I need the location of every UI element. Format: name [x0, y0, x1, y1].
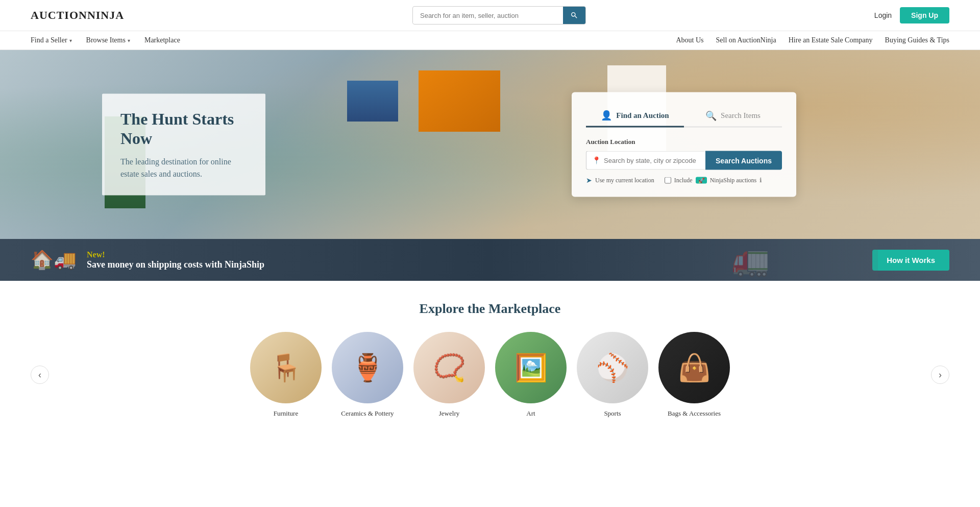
- explore-item-label-furniture: Furniture: [274, 409, 298, 418]
- explore-circle-art: 🖼️: [495, 332, 567, 403]
- include-label: Include: [674, 177, 693, 184]
- explore-circle-ceramics: 🏺: [332, 332, 403, 403]
- explore-section: Explore the Marketplace ‹ 🪑 Furniture 🏺 …: [0, 281, 980, 428]
- search-auctions-button[interactable]: Search Auctions: [705, 151, 782, 170]
- chevron-down-icon: ▾: [128, 38, 130, 43]
- header: AuctionNinja Login Sign Up: [0, 0, 980, 31]
- explore-item-jewelry[interactable]: 📿 Jewelry: [413, 332, 485, 418]
- nav-marketplace-label: Marketplace: [144, 36, 180, 44]
- logo: AuctionNinja: [31, 9, 124, 22]
- location-pin-icon: 📍: [592, 156, 601, 165]
- nav-left: Find a Seller ▾ Browse Items ▾ Marketpla…: [31, 36, 180, 44]
- explore-next-arrow[interactable]: ›: [931, 366, 949, 384]
- nav-sell-label: Sell on AuctionNinja: [716, 36, 776, 44]
- nav-browse-items[interactable]: Browse Items ▾: [86, 36, 130, 44]
- info-icon[interactable]: ℹ: [760, 177, 762, 184]
- explore-grid: 🪑 Furniture 🏺 Ceramics & Pottery 📿 Jewel…: [49, 332, 931, 418]
- explore-item-ceramics[interactable]: 🏺 Ceramics & Pottery: [332, 332, 403, 418]
- ninjaship-label: NinjaShip auctions: [710, 177, 757, 184]
- banner-text: New! Save money on shipping costs with N…: [87, 250, 264, 270]
- use-current-location[interactable]: ➤ Use my current location: [586, 176, 654, 185]
- header-search-bar[interactable]: [412, 6, 586, 25]
- search-options: ➤ Use my current location Include 🚀 Ninj…: [586, 176, 782, 185]
- header-right: Login Sign Up: [874, 7, 949, 23]
- chevron-down-icon: ▾: [69, 38, 72, 43]
- explore-title: Explore the Marketplace: [31, 301, 949, 317]
- location-input[interactable]: [586, 151, 705, 170]
- location-input-wrapper: 📍: [586, 151, 705, 170]
- tab-search-items[interactable]: 🔍 Search Items: [684, 105, 782, 127]
- explore-circle-sports: ⚾: [577, 332, 648, 403]
- how-it-works-button[interactable]: How it Works: [872, 250, 949, 271]
- ninjaship-logo: 🚀: [696, 177, 707, 184]
- explore-item-furniture[interactable]: 🪑 Furniture: [250, 332, 322, 418]
- explore-item-label-ceramics: Ceramics & Pottery: [341, 409, 394, 418]
- house-truck-icon: 🏠🚚: [31, 249, 77, 271]
- ninjaship-checkbox[interactable]: [665, 177, 671, 184]
- nav-browse-items-label: Browse Items: [86, 36, 126, 44]
- explore-items-container: ‹ 🪑 Furniture 🏺 Ceramics & Pottery 📿 Jew…: [31, 332, 949, 418]
- explore-item-sports[interactable]: ⚾ Sports: [577, 332, 648, 418]
- nav-guides-label: Buying Guides & Tips: [885, 36, 949, 44]
- explore-item-label-sports: Sports: [604, 409, 621, 418]
- main-nav: Find a Seller ▾ Browse Items ▾ Marketpla…: [0, 31, 980, 50]
- nav-right: About Us Sell on AuctionNinja Hire an Es…: [676, 36, 949, 44]
- explore-item-label-bags: Bags & Accessories: [668, 409, 721, 418]
- banner-left: 🏠🚚 New! Save money on shipping costs wit…: [31, 249, 264, 271]
- search-tabs: 👤 Find an Auction 🔍 Search Items: [586, 105, 782, 128]
- nav-sell[interactable]: Sell on AuctionNinja: [716, 36, 776, 44]
- auction-location-label: Auction Location: [586, 138, 782, 146]
- explore-circle-bags: 👜: [658, 332, 730, 403]
- location-search-row: 📍 Search Auctions: [586, 151, 782, 170]
- hero-search-panel: 👤 Find an Auction 🔍 Search Items Auction…: [572, 92, 796, 197]
- gps-icon: ➤: [586, 176, 592, 185]
- ninjaship-option: Include 🚀 NinjaShip auctions ℹ: [665, 177, 763, 184]
- nav-guides[interactable]: Buying Guides & Tips: [885, 36, 949, 44]
- explore-item-label-jewelry: Jewelry: [439, 409, 459, 418]
- tab-search-items-label: Search Items: [721, 111, 761, 120]
- nav-marketplace[interactable]: Marketplace: [144, 36, 180, 44]
- tab-find-auction-label: Find an Auction: [616, 111, 669, 119]
- tab-find-auction[interactable]: 👤 Find an Auction: [586, 105, 684, 128]
- truck-decoration: 🚛: [623, 239, 878, 281]
- explore-item-label-art: Art: [526, 409, 535, 418]
- explore-circle-jewelry: 📿: [413, 332, 485, 403]
- nav-hire[interactable]: Hire an Estate Sale Company: [789, 36, 873, 44]
- hero-text-card: The Hunt Starts Now The leading destinat…: [102, 94, 265, 196]
- banner-new-label: New!: [87, 250, 264, 259]
- nav-about-us-label: About Us: [676, 36, 703, 44]
- nav-hire-label: Hire an Estate Sale Company: [789, 36, 873, 44]
- hero-title: The Hunt Starts Now: [120, 109, 247, 149]
- banner-description: Save money on shipping costs with NinjaS…: [87, 259, 264, 270]
- nav-find-seller[interactable]: Find a Seller ▾: [31, 36, 72, 44]
- hero-subtitle: The leading destination for online estat…: [120, 155, 247, 180]
- login-button[interactable]: Login: [874, 11, 892, 19]
- explore-circle-furniture: 🪑: [250, 332, 322, 403]
- nav-about-us[interactable]: About Us: [676, 36, 703, 44]
- explore-item-bags[interactable]: 👜 Bags & Accessories: [658, 332, 730, 418]
- search-items-icon: 🔍: [705, 110, 717, 121]
- auction-icon: 👤: [601, 110, 612, 121]
- explore-prev-arrow[interactable]: ‹: [31, 366, 49, 384]
- use-location-label: Use my current location: [595, 177, 654, 184]
- header-search-button[interactable]: [563, 7, 585, 24]
- signup-button[interactable]: Sign Up: [900, 7, 949, 23]
- header-search-input[interactable]: [413, 8, 563, 23]
- explore-item-art[interactable]: 🖼️ Art: [495, 332, 567, 418]
- hero-section: The Hunt Starts Now The leading destinat…: [0, 50, 980, 239]
- ninjaship-banner: 🚛 🏠🚚 New! Save money on shipping costs w…: [0, 239, 980, 281]
- nav-find-seller-label: Find a Seller: [31, 36, 67, 44]
